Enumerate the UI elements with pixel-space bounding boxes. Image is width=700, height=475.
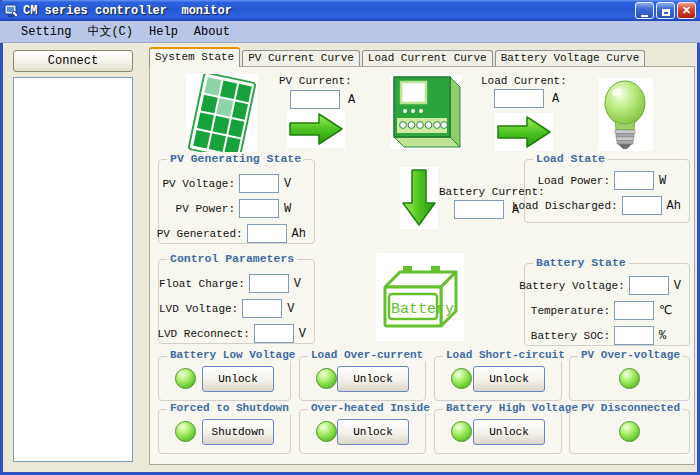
tab-battery-voltage-curve[interactable]: Battery Voltage Curve (495, 50, 646, 67)
pv-generating-state-group: PV Generating State PV Voltage: V PV Pow… (158, 159, 315, 244)
minimize-icon (641, 15, 648, 17)
forced-to-shutdown-led (175, 421, 196, 442)
alarm-over-heated-inside-title: Over-heated Inside (308, 402, 433, 414)
pv-current-unit: A (348, 93, 355, 107)
load-over-current-led (316, 368, 337, 389)
battery-soc-input[interactable] (614, 326, 654, 345)
controller-icon (390, 75, 462, 149)
pv-power-unit: W (284, 202, 306, 216)
load-discharged-input[interactable] (622, 196, 662, 215)
lvd-reconnect-label: LVD Reconnect: (157, 328, 249, 340)
lvd-voltage-input[interactable] (242, 299, 282, 318)
pv-generated-input[interactable] (247, 224, 287, 243)
pv-current-input[interactable] (290, 90, 340, 109)
pv-current-label: PV Current: (279, 75, 352, 87)
menu-language[interactable]: 中文(C) (79, 21, 141, 42)
title-bar: CM series controller monitor ✕ (0, 0, 700, 21)
pv-generated-unit: Ah (292, 227, 306, 241)
solar-panel-icon (186, 74, 258, 158)
temperature-input[interactable] (614, 301, 654, 320)
alarm-battery-high-voltage: Battery High Voltage Unlock (434, 409, 562, 454)
tab-strip: System State PV Current Curve Load Curre… (149, 47, 647, 67)
load-power-row: Load Power: W (525, 168, 689, 193)
close-icon: ✕ (682, 4, 691, 16)
lvd-voltage-row: LVD Voltage: V (159, 296, 314, 321)
connect-button[interactable]: Connect (13, 50, 133, 72)
battery-voltage-input[interactable] (629, 276, 669, 295)
menu-bar: Setting 中文(C) Help About (0, 21, 700, 43)
maximize-button[interactable] (656, 2, 675, 19)
battery-high-voltage-led (451, 421, 472, 442)
temperature-row: Temperature: ℃ (525, 298, 689, 323)
lvd-voltage-unit: V (287, 302, 306, 316)
load-short-circuit-led (451, 368, 472, 389)
pv-generating-state-title: PV Generating State (167, 152, 304, 165)
float-charge-input[interactable] (249, 274, 289, 293)
load-power-input[interactable] (614, 171, 654, 190)
alarm-over-heated-inside: Over-heated Inside Unlock (299, 409, 426, 454)
battery-current-input[interactable] (454, 200, 504, 219)
load-current-label: Load Current: (481, 75, 567, 87)
pv-voltage-row: PV Voltage: V (159, 171, 314, 196)
control-parameters-title: Control Parameters (167, 252, 297, 265)
alarm-load-short-circuit-title: Load Short-circuit (443, 349, 568, 361)
lvd-reconnect-row: LVD Reconnect: V (159, 321, 314, 346)
pv-power-label: PV Power: (176, 203, 235, 215)
lvd-reconnect-unit: V (299, 327, 306, 341)
float-charge-row: Float Charge: V (159, 271, 314, 296)
pv-over-voltage-led (619, 368, 640, 389)
battery-icon: Battery (376, 253, 464, 341)
load-discharged-row: Load Discharged: Ah (525, 193, 689, 218)
load-state-title: Load State (533, 152, 608, 165)
battery-soc-label: Battery SOC: (531, 330, 610, 342)
pv-power-row: PV Power: W (159, 196, 314, 221)
load-state-group: Load State Load Power: W Load Discharged… (524, 159, 690, 223)
load-over-current-unlock-button[interactable]: Unlock (337, 366, 409, 392)
pv-disconnected-led (619, 421, 640, 442)
tab-pv-current-curve[interactable]: PV Current Curve (242, 50, 360, 67)
menu-setting[interactable]: Setting (13, 23, 79, 41)
tab-system-state[interactable]: System State (149, 47, 240, 67)
lvd-reconnect-input[interactable] (254, 324, 294, 343)
load-power-unit: W (659, 174, 681, 188)
alarm-load-over-current: Load Over-current Unlock (299, 356, 426, 401)
load-power-label: Load Power: (537, 175, 610, 187)
pv-generated-row: PV Generated: Ah (159, 221, 314, 246)
alarm-battery-high-voltage-title: Battery High Voltage (443, 402, 581, 414)
alarm-pv-disconnected: PV Disconnected (569, 409, 690, 454)
close-button[interactable]: ✕ (677, 2, 696, 19)
tab-load-current-curve[interactable]: Load Current Curve (362, 50, 493, 67)
forced-to-shutdown-button[interactable]: Shutdown (202, 419, 274, 445)
float-charge-label: Float Charge: (159, 278, 245, 290)
battery-low-voltage-unlock-button[interactable]: Unlock (202, 366, 274, 392)
light-bulb-icon (598, 78, 653, 151)
battery-voltage-row: Battery Voltage: V (525, 273, 689, 298)
system-state-panel: PV Current: A (149, 66, 695, 465)
alarm-load-over-current-title: Load Over-current (308, 349, 426, 361)
alarm-pv-disconnected-title: PV Disconnected (578, 402, 683, 414)
pv-voltage-input[interactable] (239, 174, 279, 193)
menu-about[interactable]: About (186, 23, 238, 41)
battery-soc-row: Battery SOC: % (525, 323, 689, 348)
load-current-input[interactable] (494, 89, 544, 108)
menu-help[interactable]: Help (141, 23, 186, 41)
load-current-unit: A (552, 92, 559, 106)
device-list[interactable] (13, 77, 133, 462)
over-heated-inside-led (316, 421, 337, 442)
load-short-circuit-unlock-button[interactable]: Unlock (473, 366, 545, 392)
alarm-battery-low-voltage-title: Battery Low Voltage (167, 349, 298, 361)
app-icon (4, 4, 19, 18)
alarm-pv-over-voltage-title: PV Over-voltage (578, 349, 683, 361)
pv-voltage-unit: V (284, 177, 306, 191)
load-discharged-unit: Ah (667, 199, 681, 213)
pv-generated-label: PV Generated: (157, 228, 243, 240)
battery-high-voltage-unlock-button[interactable]: Unlock (473, 419, 545, 445)
alarm-battery-low-voltage: Battery Low Voltage Unlock (158, 356, 291, 401)
minimize-button[interactable] (635, 2, 654, 19)
temperature-unit: ℃ (659, 303, 681, 318)
pv-power-input[interactable] (239, 199, 279, 218)
arrow-right-pv-icon (287, 110, 345, 148)
battery-icon-label: Battery (391, 301, 454, 318)
over-heated-inside-unlock-button[interactable]: Unlock (337, 419, 409, 445)
battery-soc-unit: % (659, 329, 681, 343)
